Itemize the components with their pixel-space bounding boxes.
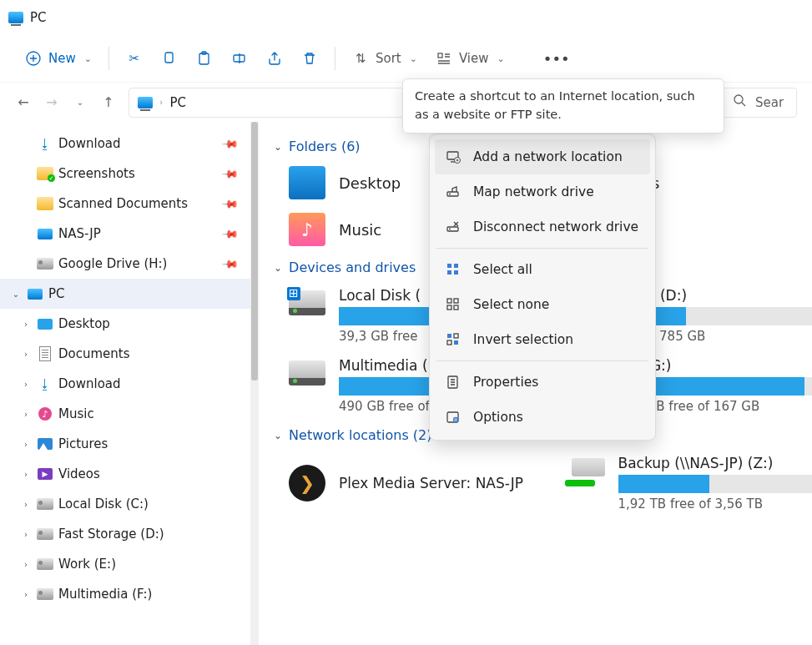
svg-rect-11 bbox=[447, 227, 458, 231]
svg-rect-22 bbox=[454, 334, 458, 338]
sidebar-scrollbar[interactable] bbox=[250, 122, 259, 645]
view-label: View bbox=[459, 51, 489, 66]
separator bbox=[335, 47, 335, 70]
pc-icon bbox=[37, 225, 53, 242]
svg-rect-2 bbox=[199, 53, 209, 64]
sidebar-item-work-e-[interactable]: ›Work (E:) bbox=[0, 549, 250, 579]
drive-net-icon bbox=[445, 184, 461, 200]
chevron-right-icon: › bbox=[159, 97, 163, 108]
menu-separator bbox=[436, 360, 648, 361]
scissors-icon: ✂ bbox=[126, 50, 143, 67]
sidebar-item-music[interactable]: ›♪Music bbox=[0, 399, 250, 429]
drive-icon bbox=[289, 360, 325, 385]
paste-button[interactable] bbox=[188, 45, 221, 72]
folder-icon: ✓ bbox=[37, 165, 53, 182]
svg-rect-21 bbox=[447, 334, 451, 338]
folder-icon bbox=[37, 195, 53, 212]
search-placeholder: Sear bbox=[755, 95, 784, 110]
window-title: PC bbox=[30, 10, 47, 25]
rename-button[interactable] bbox=[223, 45, 256, 72]
breadcrumb[interactable]: PC bbox=[169, 95, 186, 110]
chevron-down-icon: ⌄ bbox=[274, 430, 282, 441]
chevron-down-icon: ⌄ bbox=[10, 290, 22, 299]
sidebar-item-scanned-documents[interactable]: Scanned Documents 📌 bbox=[0, 189, 250, 219]
recent-button[interactable]: ⌄ bbox=[72, 94, 88, 111]
chevron-right-icon: › bbox=[20, 320, 32, 329]
svg-point-6 bbox=[734, 95, 743, 103]
pictures-icon bbox=[37, 436, 53, 452]
sidebar-item-pictures[interactable]: ›Pictures bbox=[0, 429, 250, 459]
monitor-plus-icon bbox=[445, 149, 461, 165]
more-button[interactable]: ••• bbox=[540, 45, 573, 72]
drive-icon bbox=[37, 526, 53, 542]
music-icon: ♪ bbox=[37, 406, 53, 422]
sidebar-item-this-pc[interactable]: ⌄ PC bbox=[0, 279, 250, 309]
pin-icon: 📌 bbox=[221, 164, 240, 183]
svg-rect-18 bbox=[454, 299, 458, 303]
pin-icon: 📌 bbox=[221, 254, 240, 273]
forward-button[interactable]: → bbox=[43, 94, 60, 111]
pin-icon: 📌 bbox=[221, 194, 240, 213]
svg-rect-17 bbox=[447, 299, 451, 303]
share-icon bbox=[266, 50, 283, 67]
up-button[interactable]: ↑ bbox=[100, 94, 117, 111]
sort-icon: ⇅ bbox=[352, 50, 369, 67]
pc-icon bbox=[138, 97, 153, 108]
network-drive-backup[interactable]: Backup (\\NAS-JP) (Z:) 1,92 TB free of 3… bbox=[565, 455, 813, 511]
view-button[interactable]: View ⌄ bbox=[427, 45, 513, 72]
chevron-right-icon: › bbox=[20, 440, 32, 449]
cut-button[interactable]: ✂ bbox=[118, 45, 151, 72]
chevron-down-icon: ⌄ bbox=[84, 53, 92, 64]
view-icon bbox=[436, 50, 452, 67]
sidebar-item-desktop[interactable]: ›Desktop bbox=[0, 309, 250, 339]
svg-point-12 bbox=[449, 229, 451, 230]
menu-invert-selection[interactable]: Invert selection bbox=[435, 322, 650, 357]
svg-rect-23 bbox=[447, 340, 451, 345]
invert-icon bbox=[445, 331, 461, 348]
delete-button[interactable] bbox=[293, 45, 326, 72]
plus-circle-icon bbox=[25, 50, 42, 67]
network-plex[interactable]: Plex Media Server: NAS-JP bbox=[289, 455, 537, 511]
new-button[interactable]: New ⌄ bbox=[17, 45, 100, 72]
drive-icon bbox=[37, 255, 53, 272]
scrollbar-thumb[interactable] bbox=[251, 122, 258, 380]
copy-button[interactable] bbox=[153, 45, 186, 72]
sort-button[interactable]: ⇅ Sort ⌄ bbox=[344, 45, 426, 72]
sidebar-item-fast-storage-d-[interactable]: ›Fast Storage (D:) bbox=[0, 519, 250, 549]
trash-icon bbox=[301, 50, 318, 67]
share-button[interactable] bbox=[258, 45, 291, 72]
back-button[interactable]: ← bbox=[15, 94, 32, 111]
sidebar-item-videos[interactable]: ›▶Videos bbox=[0, 459, 250, 489]
menu-select-all[interactable]: Select all bbox=[435, 252, 650, 287]
chevron-right-icon: › bbox=[20, 410, 32, 419]
sort-label: Sort bbox=[376, 51, 401, 66]
navigation-pane: ⭳ Download 📌 ✓ Screenshots 📌 Scanned Doc… bbox=[0, 122, 250, 645]
body: ⭳ Download 📌 ✓ Screenshots 📌 Scanned Doc… bbox=[0, 122, 812, 645]
sidebar-item-screenshots[interactable]: ✓ Screenshots 📌 bbox=[0, 159, 250, 189]
menu-select-none[interactable]: Select none bbox=[435, 287, 650, 322]
sidebar-item-download[interactable]: ⭳ Download 📌 bbox=[0, 128, 250, 159]
menu-add-a-network-location[interactable]: Add a network location bbox=[435, 139, 650, 174]
sidebar-item-nas-jp[interactable]: NAS-JP 📌 bbox=[0, 219, 250, 249]
paste-icon bbox=[196, 50, 213, 67]
sidebar-item-documents[interactable]: ›Documents bbox=[0, 339, 250, 369]
sidebar-item-local-disk-c-[interactable]: ›Local Disk (C:) bbox=[0, 489, 250, 519]
menu-options[interactable]: Options bbox=[435, 400, 650, 435]
context-menu: Add a network locationMap network driveD… bbox=[429, 134, 656, 441]
copy-icon bbox=[161, 50, 178, 67]
menu-map-network-drive[interactable]: Map network drive bbox=[435, 174, 650, 209]
search-box[interactable]: Sear bbox=[722, 88, 797, 118]
pin-icon: 📌 bbox=[221, 224, 240, 243]
doc-icon bbox=[37, 345, 53, 362]
select-all-icon bbox=[445, 261, 461, 278]
sidebar-item-download[interactable]: ›⭳Download bbox=[0, 369, 250, 399]
sidebar-item-google-drive[interactable]: Google Drive (H:) 📌 bbox=[0, 249, 250, 279]
menu-properties[interactable]: Properties bbox=[435, 365, 650, 400]
title-bar: PC bbox=[0, 0, 812, 35]
tooltip: Create a shortcut to an Internet locatio… bbox=[402, 78, 724, 134]
chevron-right-icon: › bbox=[20, 350, 32, 359]
music-folder-icon bbox=[289, 213, 325, 246]
menu-disconnect-network-drive[interactable]: Disconnect network drive bbox=[435, 209, 650, 244]
sidebar-item-multimedia-f-[interactable]: ›Multimedia (F:) bbox=[0, 579, 250, 609]
properties-icon bbox=[445, 374, 461, 391]
